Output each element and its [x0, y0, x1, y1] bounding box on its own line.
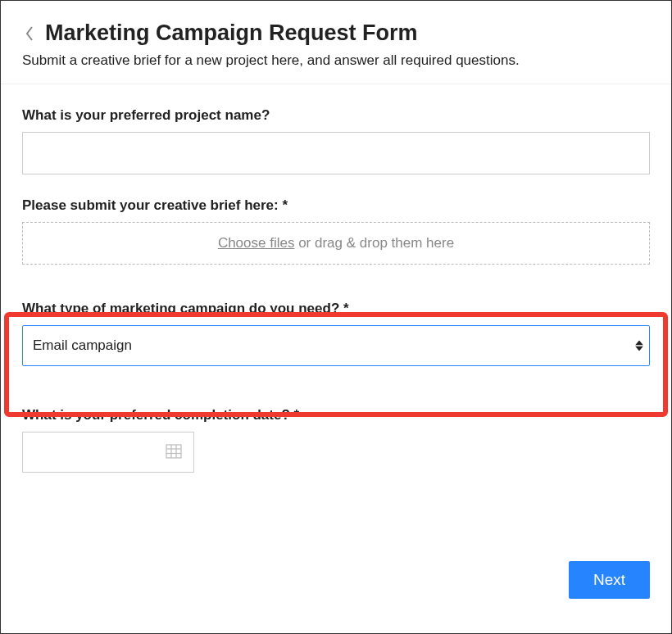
completion-date-input[interactable]: [22, 432, 194, 473]
svg-rect-2: [166, 445, 181, 458]
completion-date-label: What is your preferred completion date? …: [22, 407, 650, 423]
campaign-type-label: What type of marketing campaign do you n…: [22, 301, 650, 317]
page-subtitle: Submit a creative brief for a new projec…: [22, 52, 650, 69]
project-name-input[interactable]: [22, 132, 650, 174]
field-creative-brief: Please submit your creative brief here: …: [22, 197, 650, 265]
file-dropzone[interactable]: Choose files or drag & drop them here: [22, 222, 650, 265]
choose-files-link[interactable]: Choose files: [218, 235, 295, 251]
page-title: Marketing Campaign Request Form: [45, 20, 418, 46]
calendar-icon: [166, 442, 182, 462]
back-icon[interactable]: [22, 26, 37, 41]
project-name-label: What is your preferred project name?: [22, 107, 650, 124]
creative-brief-label: Please submit your creative brief here: …: [22, 197, 650, 214]
campaign-type-selected: Email campaign: [33, 337, 132, 354]
form-header: Marketing Campaign Request Form Submit a…: [1, 1, 671, 84]
field-campaign-type: What type of marketing campaign do you n…: [22, 288, 650, 366]
next-button[interactable]: Next: [569, 561, 650, 599]
field-project-name: What is your preferred project name?: [22, 107, 650, 174]
form-body: What is your preferred project name? Ple…: [1, 84, 671, 512]
field-completion-date: What is your preferred completion date? …: [22, 407, 650, 473]
form-footer: Next: [569, 561, 650, 599]
drag-drop-text: or drag & drop them here: [294, 235, 454, 251]
campaign-type-select[interactable]: Email campaign: [22, 325, 650, 366]
